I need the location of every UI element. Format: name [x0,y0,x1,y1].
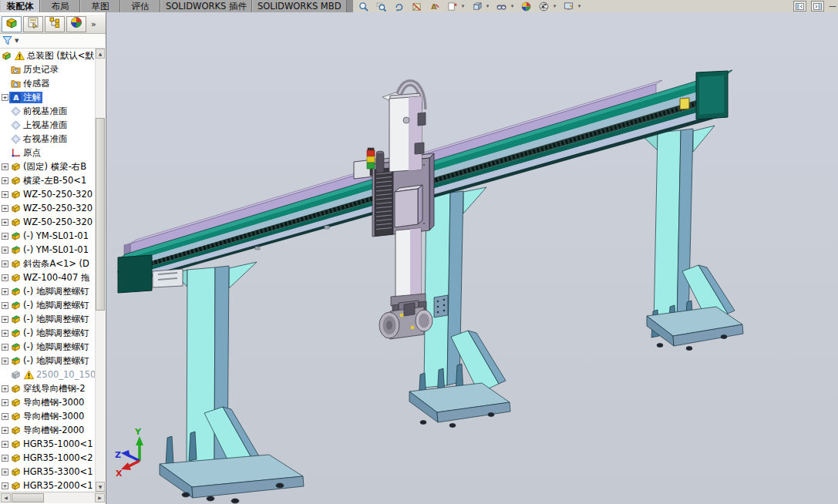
tree-item[interactable]: +(-) 地脚调整螺钉 [0,340,96,354]
featuremanager-tab[interactable] [2,16,22,32]
tree-vertical-scrollbar[interactable]: ▲ ▼ [95,49,105,492]
zoom-to-area-icon[interactable] [373,1,389,12]
tree-item[interactable]: 传感器 [0,76,96,90]
tree-item[interactable]: +穿线导向槽钢-2 [0,381,96,395]
tree-item[interactable]: 上视基准面 [0,118,96,132]
tree-item[interactable]: +HGR35-3300<1 [0,465,96,479]
new-view-icon-dropdown[interactable]: ▾ [459,1,466,12]
expand-toggle-icon[interactable]: + [1,426,9,435]
tree-item[interactable]: +导向槽钢-2000 [0,423,96,437]
tree-item[interactable]: +横梁-左B-50<1 [0,173,96,187]
expand-toggle-icon[interactable]: + [1,482,9,490]
filter-chevron-down-icon[interactable]: ▼ [15,38,19,44]
panel-tabs-overflow-button[interactable]: » [91,19,96,29]
view-settings-icon-dropdown[interactable]: ▾ [576,1,583,12]
apply-scene-icon[interactable] [536,1,551,12]
scroll-up-arrow[interactable]: ▲ [96,49,105,59]
expand-toggle-icon[interactable]: + [1,468,9,476]
collapse-pane-left-button[interactable] [793,1,806,12]
tree-item-label: 传感器 [23,78,50,89]
tree-item[interactable]: 总装图 (默认<默 [0,49,96,62]
vertical-scroll-thumb[interactable] [96,118,105,311]
tree-item[interactable]: +导向槽钢-3000 [0,395,96,409]
ribbon-tab-3[interactable]: 草图 [80,0,120,12]
expand-toggle-icon[interactable]: + [1,329,9,338]
tree-item[interactable]: 右视基准面 [0,132,96,146]
ribbon-tab-5[interactable]: SOLIDWORKS 插件 [160,0,252,12]
tree-item[interactable]: +导向槽钢-3000 [0,409,96,423]
expand-toggle-icon[interactable]: + [1,93,9,102]
tree-item[interactable]: +WZ-50-250-320 [0,201,96,215]
configurationmanager-tab[interactable] [45,16,65,32]
tree-item[interactable]: +A注解 [0,90,96,104]
expand-toggle-icon[interactable]: + [1,315,9,324]
scroll-left-arrow[interactable]: ◀ [1,493,11,502]
expand-toggle-icon[interactable]: + [1,398,9,407]
tree-item[interactable]: +(-) YM-SL01-01 [0,243,96,257]
apply-scene-icon-dropdown[interactable]: ▾ [551,1,558,12]
tree-item[interactable]: +(-) 地脚调整螺钉 [0,326,96,340]
expand-toggle-icon[interactable]: + [1,176,9,185]
tree-item[interactable]: +(-) 地脚调整螺钉 [0,298,96,312]
tree-item[interactable]: +HGR35-1000<2 [0,451,96,465]
tree-item[interactable]: +(-) YM-SL01-01 [0,229,96,243]
expand-toggle-icon[interactable]: + [1,287,9,296]
tree-horizontal-scrollbar[interactable]: ◀ ▶ [0,492,106,503]
scroll-down-arrow[interactable]: ▼ [96,482,105,492]
ribbon-tab-2[interactable]: 布局 [40,0,80,12]
expand-toggle-icon[interactable]: + [1,357,9,365]
tree-item[interactable]: +WZ-50-250-320 [0,215,96,229]
expand-toggle-icon[interactable]: + [1,190,9,199]
propertymanager-tab[interactable] [23,16,43,32]
tree-item[interactable]: +HGR35-2000<1 [0,479,96,492]
tree-indent [1,107,9,116]
scroll-right-arrow[interactable]: ▶ [95,493,105,502]
expand-toggle-icon[interactable]: + [1,232,9,240]
tree-item[interactable]: +斜齿条A<1> (D [0,257,96,270]
tree-item[interactable]: 前视基准面 [0,104,96,118]
ribbon-tab-6[interactable]: SOLIDWORKS MBD [252,0,347,12]
expand-toggle-icon[interactable]: + [1,218,9,227]
section-view-icon[interactable] [409,1,424,12]
expand-toggle-icon[interactable]: + [1,454,9,462]
tree-item[interactable]: +(固定) 横梁-右B [0,160,96,173]
tree-item[interactable]: +(-) 地脚调整螺钉 [0,354,96,368]
view-orientation-icon-dropdown[interactable]: ▾ [484,1,491,12]
ribbon-tab-4[interactable]: 评估 [120,0,160,12]
tree-item[interactable]: 历史记录 [0,62,96,76]
tree-item[interactable]: 2500_10_150 [0,368,96,381]
funnel-icon[interactable] [2,34,12,49]
rotate-view-icon[interactable] [391,1,406,12]
tree-item[interactable]: 原点 [0,146,96,160]
expand-toggle-icon[interactable]: + [1,343,9,351]
hide-show-items-icon-dropdown[interactable]: ▾ [509,1,516,12]
tree-item[interactable]: +(-) 地脚调整螺钉 [0,312,96,326]
minimize-button[interactable]: — [829,2,836,11]
view-orientation-icon[interactable] [469,1,484,12]
ribbon-tab-1[interactable]: 装配体 [0,0,40,12]
horizontal-scroll-thumb[interactable] [12,493,44,502]
expand-toggle-icon[interactable]: + [1,260,9,268]
expand-toggle-icon[interactable]: + [1,246,9,254]
tree-item[interactable]: +(-) 地脚调整螺钉 [0,284,96,298]
annotation-view-icon[interactable]: A [426,1,442,12]
expand-toggle-icon[interactable]: + [1,440,9,449]
viewport-3d[interactable]: Y Z X [106,12,838,504]
tree-item[interactable]: +HGR35-1000<1 [0,437,96,451]
displaymanager-tab[interactable] [66,16,86,32]
expand-toggle-icon[interactable]: + [1,301,9,310]
new-view-icon[interactable] [444,1,459,12]
expand-toggle-icon[interactable]: + [1,274,9,282]
tree-item[interactable]: +WZ-100-407 拖 [0,270,96,284]
zoom-to-fit-icon[interactable] [355,1,371,12]
tree-item-label: (-) YM-SL01-01 [23,244,89,255]
expand-toggle-icon[interactable]: + [1,412,9,421]
edit-appearance-icon[interactable] [518,1,533,12]
tree-item[interactable]: +WZ-50-250-320 [0,187,96,201]
expand-toggle-icon[interactable]: + [1,385,9,393]
hide-show-items-icon[interactable] [493,1,509,12]
collapse-pane-right-button[interactable] [811,1,824,12]
view-settings-icon[interactable] [560,1,576,12]
expand-toggle-icon[interactable]: + [1,204,9,213]
expand-toggle-icon[interactable]: + [1,163,9,171]
